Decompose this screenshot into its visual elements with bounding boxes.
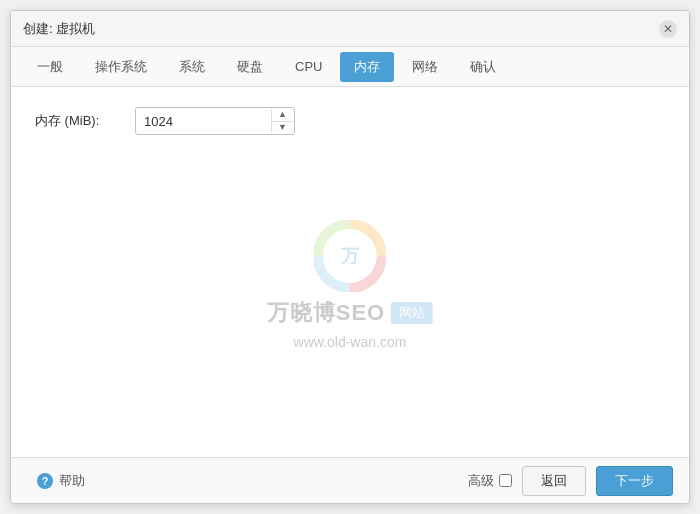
footer-right: 高级 返回 下一步	[468, 466, 673, 496]
memory-label: 内存 (MiB):	[35, 112, 135, 130]
spin-up-button[interactable]: ▲	[271, 109, 293, 122]
next-button[interactable]: 下一步	[596, 466, 673, 496]
help-label: 帮助	[59, 472, 85, 490]
memory-spinbox[interactable]: ▲ ▼	[135, 107, 295, 135]
watermark-badge: 网站	[391, 302, 433, 324]
tab-cpu[interactable]: CPU	[281, 53, 336, 80]
help-button[interactable]: ? 帮助	[27, 467, 95, 495]
advanced-row: 高级	[468, 472, 512, 490]
footer: ? 帮助 高级 返回 下一步	[11, 457, 689, 503]
back-button[interactable]: 返回	[522, 466, 586, 496]
tab-disk[interactable]: 硬盘	[223, 52, 277, 82]
main-window: 创建: 虚拟机 ✕ 一般 操作系统 系统 硬盘 CPU 内存 网络 确认 内存 …	[10, 10, 690, 504]
spin-up-icon: ▲	[278, 110, 287, 119]
tab-confirm[interactable]: 确认	[456, 52, 510, 82]
svg-point-1	[330, 236, 370, 276]
tab-network[interactable]: 网络	[398, 52, 452, 82]
content-area: 内存 (MiB): ▲ ▼	[11, 87, 689, 457]
window-title: 创建: 虚拟机	[23, 20, 95, 38]
spin-arrows[interactable]: ▲ ▼	[271, 109, 293, 133]
advanced-label: 高级	[468, 472, 494, 490]
title-bar: 创建: 虚拟机 ✕	[11, 11, 689, 47]
watermark-text-row: 万晓博SEO 网站	[267, 298, 433, 328]
spin-down-icon: ▼	[278, 123, 287, 132]
advanced-checkbox[interactable]	[499, 474, 512, 487]
watermark-logo: 万	[314, 220, 386, 292]
memory-row: 内存 (MiB): ▲ ▼	[35, 107, 665, 135]
tab-system[interactable]: 系统	[165, 52, 219, 82]
close-icon: ✕	[663, 23, 673, 35]
tab-bar: 一般 操作系统 系统 硬盘 CPU 内存 网络 确认	[11, 47, 689, 87]
svg-point-0	[316, 222, 384, 290]
tab-general[interactable]: 一般	[23, 52, 77, 82]
spin-down-button[interactable]: ▼	[271, 122, 293, 134]
watermark-url: www.old-wan.com	[294, 334, 407, 350]
close-button[interactable]: ✕	[659, 20, 677, 38]
watermark-name: 万晓博SEO	[267, 298, 385, 328]
watermark: 万 万晓博SEO 网站 www.old-wan.com	[267, 220, 433, 350]
svg-text:万: 万	[340, 246, 360, 266]
help-icon: ?	[37, 473, 53, 489]
tab-os[interactable]: 操作系统	[81, 52, 161, 82]
tab-memory[interactable]: 内存	[340, 52, 394, 82]
